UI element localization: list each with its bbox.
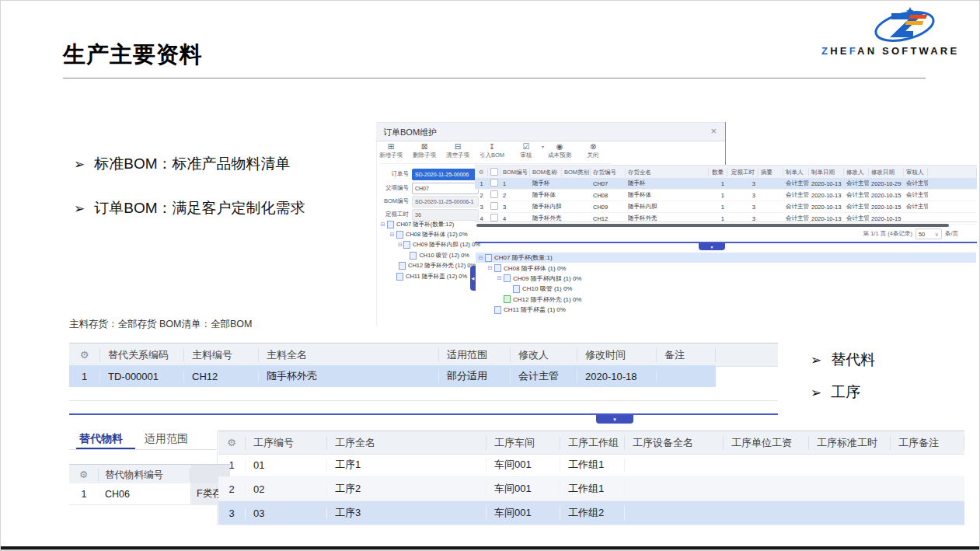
tree-node[interactable]: CH10 吸管 (1) 0% bbox=[476, 284, 976, 294]
process-table-row[interactable]: 101工序1车间001工作组1 bbox=[218, 453, 964, 477]
cell: 随手杯体 bbox=[530, 191, 562, 199]
cell: 会计主管 bbox=[783, 180, 809, 187]
gear-icon[interactable]: ⚙ bbox=[69, 348, 100, 362]
cell: 随手杯内胆 bbox=[530, 203, 562, 211]
cell: 会计主管 bbox=[844, 191, 869, 199]
caret-down-icon: ▼ bbox=[612, 417, 617, 422]
cell: 车间001 bbox=[487, 482, 560, 496]
gear-icon[interactable]: ⚙ bbox=[69, 469, 99, 481]
caret-left-icon: ◀ bbox=[472, 276, 475, 281]
tree-node[interactable]: CH10 吸管 (12) 0% bbox=[378, 250, 469, 260]
bom-table-row[interactable]: 44随手杯外壳CH12随手杯外壳13会计主管2020-10-13会计主管2020… bbox=[475, 213, 977, 225]
substitute-item-row[interactable]: 1CH06F类存货 bbox=[69, 483, 230, 505]
dialog-toolbar: ⊞新增子项⊠删除子项⊟清空子项↧引入BOM☑审核▾◉成本预测⊗关闭 bbox=[379, 142, 611, 164]
cell: 随手杯内胆 bbox=[626, 203, 709, 211]
cell: 车间001 bbox=[487, 506, 560, 520]
tree-node[interactable]: ⊟CH09 随手杯内胆 (1) 0% bbox=[476, 274, 976, 284]
column-header: 工序全名 bbox=[327, 436, 487, 450]
process-table-row[interactable]: 202工序2车间001工作组1 bbox=[218, 477, 964, 501]
collapse-panel-button[interactable]: ▼ bbox=[699, 243, 725, 250]
collapse-icon[interactable]: ⊟ bbox=[389, 232, 396, 238]
tab-substitute-material[interactable]: 替代物料 bbox=[79, 432, 123, 446]
horizontal-scrollbar[interactable] bbox=[476, 224, 949, 227]
tree-node[interactable]: CH11 随手杯盖 (12) 0% bbox=[378, 271, 469, 281]
field-label: 定额工时 bbox=[376, 211, 412, 218]
column-header: 存货全名 bbox=[626, 168, 709, 176]
tree-node[interactable]: CH12 随手杯外壳 (1) 0% bbox=[476, 295, 976, 305]
item-doc-icon bbox=[396, 231, 403, 239]
bom-tree-right: ⊟CH07 随手杯(数量:1)⊟CH08 随手杯体 (1) 0%⊟CH09 随手… bbox=[476, 253, 976, 315]
tree-node[interactable]: ⊟CH09 随手杯内胆 (12) 0% bbox=[378, 240, 469, 250]
tree-node[interactable]: ⊟CH07 随手杯(数量:1) bbox=[476, 253, 976, 263]
collapse-icon[interactable]: ⊟ bbox=[379, 221, 386, 228]
form-row-quota-hours: 定额工时 36 bbox=[376, 209, 479, 220]
tree-label: CH12 随手杯外壳 (1) 0% bbox=[513, 295, 581, 304]
item-doc-icon bbox=[494, 306, 501, 314]
select-all-checkbox[interactable] bbox=[490, 168, 498, 176]
order-no-input[interactable]: SD-2020-11-25-00006 bbox=[412, 169, 479, 180]
bullet-standard-bom: ➢标准BOM：标准产品物料清单 bbox=[74, 154, 291, 174]
header-filler bbox=[928, 168, 977, 176]
cell: 03 bbox=[246, 507, 327, 519]
title-divider bbox=[63, 78, 926, 78]
row-checkbox[interactable] bbox=[490, 214, 498, 221]
dialog-right-edge bbox=[725, 122, 726, 167]
bullet-order-bom: ➢订单BOM：满足客户定制化需求 bbox=[74, 198, 305, 218]
dropdown-caret-icon[interactable]: ▾ bbox=[542, 144, 544, 149]
item-doc-icon bbox=[513, 285, 520, 293]
tree-node[interactable]: ⊟CH08 随手杯体 (1) 0% bbox=[476, 263, 976, 273]
page-size-unit: 条/页 bbox=[945, 230, 958, 238]
toolbar-button-add-child[interactable]: ⊞新增子项 bbox=[379, 142, 403, 159]
cell: 车间001 bbox=[487, 458, 560, 472]
cost-forecast-icon: ◉ bbox=[556, 142, 563, 151]
collapse-icon[interactable]: ⊟ bbox=[487, 265, 493, 271]
tab-applicable-range[interactable]: 适用范围 bbox=[145, 432, 188, 446]
bom-table-row[interactable]: 11随手杯CH07随手杯13会计主管2020-10-13会计主管2020-10-… bbox=[475, 178, 977, 190]
row-checkbox[interactable] bbox=[490, 190, 498, 198]
toolbar-button-cost-forecast[interactable]: ◉成本预测 bbox=[548, 142, 571, 159]
collapse-splitter-button[interactable]: ◀ bbox=[470, 266, 476, 291]
panel-separator bbox=[69, 413, 778, 415]
collapse-panel-button[interactable]: ▼ bbox=[596, 415, 633, 424]
tree-node[interactable]: ⊟CH08 随手杯体 (12) 0% bbox=[378, 229, 469, 239]
toolbar-button-clear-children[interactable]: ⊟清空子项 bbox=[446, 142, 469, 159]
parent-code-input[interactable]: CH07 bbox=[412, 183, 479, 194]
gear-icon[interactable]: ⚙ bbox=[218, 436, 246, 450]
collapse-icon[interactable]: ⊟ bbox=[477, 255, 484, 261]
toolbar-button-close[interactable]: ⊗关闭 bbox=[581, 142, 605, 159]
tree-node[interactable]: CH12 随手杯外壳 (12) 0% bbox=[378, 261, 469, 271]
toolbar-button-audit[interactable]: ☑审核▾ bbox=[514, 142, 538, 159]
toolbar-button-delete-child[interactable]: ⊠删除子项 bbox=[413, 142, 436, 159]
row-checkbox[interactable] bbox=[490, 179, 498, 187]
form-row-parent-code: 父项编号 CH07 bbox=[376, 183, 479, 194]
section-divider bbox=[69, 400, 778, 401]
bom-table-row[interactable]: 22随手杯体CH08随手杯体13会计主管2020-10-13会计主管2020-1… bbox=[475, 190, 977, 201]
toolbar-button-import-bom[interactable]: ↧引入BOM bbox=[480, 142, 504, 159]
cell: 02 bbox=[246, 483, 327, 495]
close-icon[interactable]: × bbox=[710, 125, 717, 137]
close-icon: ⊗ bbox=[590, 142, 596, 151]
tree-node[interactable]: ⊟CH07 随手杯(数量:12) bbox=[378, 219, 469, 229]
tree-node[interactable]: CH11 随手杯盖 (1) 0% bbox=[476, 305, 976, 315]
column-header: 工序标准工时 bbox=[809, 436, 891, 450]
column-header: 修改人 bbox=[844, 168, 869, 176]
cell: 2020-10-13 bbox=[809, 204, 844, 211]
toolbar-label: 成本预测 bbox=[548, 152, 571, 159]
process-table-row[interactable]: 303工序3车间001工作组2 bbox=[218, 501, 964, 525]
toolbar-label: 新增子项 bbox=[379, 152, 403, 159]
column-header: 审核人 bbox=[904, 168, 928, 176]
cell: 会计主管 bbox=[783, 203, 809, 211]
row-checkbox[interactable] bbox=[490, 202, 498, 210]
substitute-table-row[interactable]: 1TD-000001CH12随手杯外壳部分适用会计主管2020-10-18 bbox=[69, 365, 716, 387]
page-size-select[interactable]: 50 ∨ bbox=[915, 228, 942, 239]
tree-label: CH10 吸管 (1) 0% bbox=[522, 284, 572, 293]
column-header: 制单人 bbox=[783, 168, 809, 176]
collapse-icon[interactable]: ⊟ bbox=[496, 275, 503, 281]
gear-icon[interactable]: ⚙ bbox=[475, 168, 488, 176]
arrow-bullet-icon: ➢ bbox=[811, 353, 821, 368]
company-logo-icon bbox=[862, 5, 947, 46]
bom-table-row[interactable]: 33随手杯内胆CH09随手杯内胆13会计主管2020-10-13会计主管2020… bbox=[475, 201, 977, 213]
bom-no-input: SD-2020-11-25-00006-1 bbox=[412, 196, 479, 207]
collapse-icon[interactable]: ⊟ bbox=[398, 242, 403, 248]
cell: 1 bbox=[69, 371, 100, 382]
